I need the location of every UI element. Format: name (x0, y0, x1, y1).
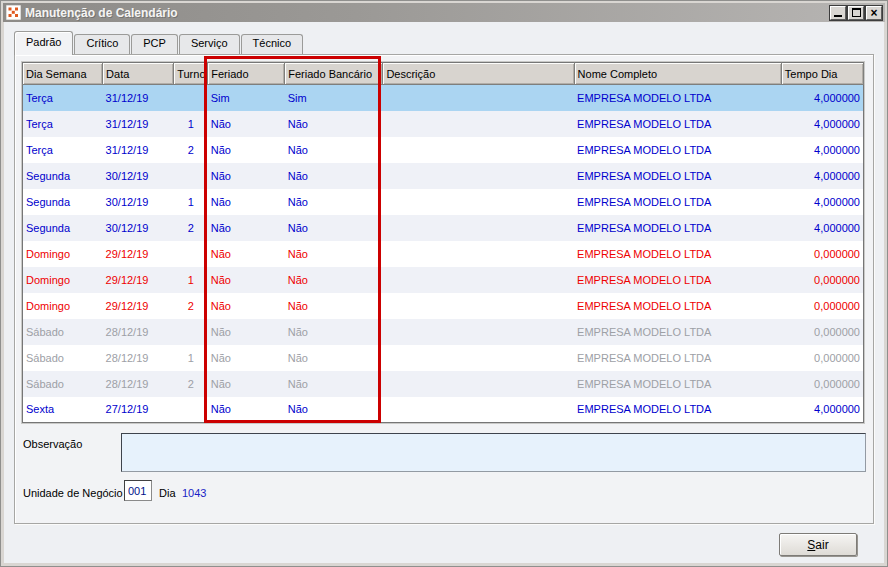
table-row[interactable]: Segunda30/12/191NãoNãoEMPRESA MODELO LTD… (23, 189, 864, 215)
cell-nome_completo: EMPRESA MODELO LTDA (574, 371, 781, 397)
cell-tempo_dia: 4,000000 (781, 137, 863, 163)
cell-feriado: Não (208, 397, 285, 423)
column-header[interactable]: Nome Completo (574, 63, 781, 85)
cell-descricao (383, 137, 574, 163)
cell-feriado_bancario: Não (285, 215, 383, 241)
cell-tempo_dia: 0,000000 (781, 293, 863, 319)
table-row[interactable]: Sexta27/12/19NãoNãoEMPRESA MODELO LTDA4,… (23, 397, 864, 423)
tab-critico[interactable]: Crítico (74, 34, 130, 54)
cell-feriado: Não (208, 241, 285, 267)
cell-nome_completo: EMPRESA MODELO LTDA (574, 241, 781, 267)
table-row[interactable]: Segunda30/12/19NãoNãoEMPRESA MODELO LTDA… (23, 163, 864, 189)
cell-descricao (383, 319, 574, 345)
cell-nome_completo: EMPRESA MODELO LTDA (574, 345, 781, 371)
cell-tempo_dia: 4,000000 (781, 215, 863, 241)
tab-bar: PadrãoCríticoPCPServiçoTécnico (14, 31, 304, 55)
cell-feriado_bancario: Não (285, 111, 383, 137)
titlebar[interactable]: Manutenção de Calendário × (3, 3, 885, 22)
cell-descricao (383, 189, 574, 215)
cell-feriado_bancario: Não (285, 267, 383, 293)
cell-data: 29/12/19 (103, 241, 174, 267)
cell-turno: 1 (174, 111, 208, 137)
cell-descricao (383, 241, 574, 267)
column-header[interactable]: Descrição (383, 63, 574, 85)
cell-dia_semana: Domingo (23, 293, 103, 319)
cell-tempo_dia: 4,000000 (781, 397, 863, 423)
cell-feriado: Não (208, 137, 285, 163)
cell-turno: 2 (174, 293, 208, 319)
cell-dia_semana: Segunda (23, 163, 103, 189)
cell-tempo_dia: 0,000000 (781, 345, 863, 371)
table-row[interactable]: Domingo29/12/191NãoNãoEMPRESA MODELO LTD… (23, 267, 864, 293)
column-header[interactable]: Dia Semana (23, 63, 103, 85)
tab-pcp[interactable]: PCP (131, 34, 178, 54)
sair-button[interactable]: Sair (779, 533, 857, 556)
column-header[interactable]: Data (103, 63, 174, 85)
cell-descricao (383, 345, 574, 371)
observacao-textarea[interactable] (121, 433, 866, 472)
cell-nome_completo: EMPRESA MODELO LTDA (574, 319, 781, 345)
cell-nome_completo: EMPRESA MODELO LTDA (574, 85, 781, 111)
cell-feriado_bancario: Não (285, 137, 383, 163)
cell-descricao (383, 163, 574, 189)
table-row[interactable]: Domingo29/12/192NãoNãoEMPRESA MODELO LTD… (23, 293, 864, 319)
table-row[interactable]: Segunda30/12/192NãoNãoEMPRESA MODELO LTD… (23, 215, 864, 241)
cell-nome_completo: EMPRESA MODELO LTDA (574, 111, 781, 137)
cell-descricao (383, 85, 574, 111)
observacao-label: Observação (23, 438, 82, 450)
table-row[interactable]: Sábado28/12/191NãoNãoEMPRESA MODELO LTDA… (23, 345, 864, 371)
cell-data: 29/12/19 (103, 267, 174, 293)
tab-padrao[interactable]: Padrão (14, 31, 73, 55)
cell-tempo_dia: 4,000000 (781, 111, 863, 137)
cell-feriado: Sim (208, 85, 285, 111)
cell-data: 28/12/19 (103, 319, 174, 345)
cell-dia_semana: Sexta (23, 397, 103, 423)
cell-data: 27/12/19 (103, 397, 174, 423)
cell-feriado_bancario: Não (285, 293, 383, 319)
table-row[interactable]: Sábado28/12/192NãoNãoEMPRESA MODELO LTDA… (23, 371, 864, 397)
cell-dia_semana: Terça (23, 137, 103, 163)
cell-nome_completo: EMPRESA MODELO LTDA (574, 397, 781, 423)
cell-dia_semana: Terça (23, 111, 103, 137)
calendar-grid[interactable]: Dia SemanaDataTurnoFeriadoFeriado Bancár… (22, 62, 864, 423)
table-row[interactable]: Sábado28/12/19NãoNãoEMPRESA MODELO LTDA0… (23, 319, 864, 345)
close-button[interactable]: × (866, 6, 882, 20)
cell-data: 29/12/19 (103, 293, 174, 319)
cell-feriado_bancario: Não (285, 319, 383, 345)
column-header[interactable]: Turno (174, 63, 208, 85)
unidade-negocio-input[interactable] (124, 480, 152, 501)
cell-turno: 2 (174, 371, 208, 397)
cell-data: 31/12/19 (103, 137, 174, 163)
minimize-button[interactable] (830, 6, 846, 20)
tab-servico[interactable]: Serviço (179, 34, 240, 54)
cell-data: 30/12/19 (103, 189, 174, 215)
cell-descricao (383, 111, 574, 137)
table-row[interactable]: Terça31/12/19SimSimEMPRESA MODELO LTDA4,… (23, 85, 864, 111)
cell-feriado_bancario: Não (285, 241, 383, 267)
cell-feriado_bancario: Não (285, 397, 383, 423)
cell-dia_semana: Domingo (23, 241, 103, 267)
cell-dia_semana: Terça (23, 85, 103, 111)
cell-turno: 2 (174, 215, 208, 241)
maximize-button[interactable] (848, 6, 864, 20)
table-row[interactable]: Terça31/12/192NãoNãoEMPRESA MODELO LTDA4… (23, 137, 864, 163)
table-row[interactable]: Terça31/12/191NãoNãoEMPRESA MODELO LTDA4… (23, 111, 864, 137)
tab-tecnico[interactable]: Técnico (241, 34, 304, 54)
dia-label: Dia (159, 487, 176, 499)
cell-feriado_bancario: Não (285, 189, 383, 215)
cell-turno: 1 (174, 267, 208, 293)
column-header[interactable]: Feriado Bancário (285, 63, 383, 85)
grid-header-row: Dia SemanaDataTurnoFeriadoFeriado Bancár… (23, 63, 864, 85)
cell-dia_semana: Sábado (23, 371, 103, 397)
cell-feriado: Não (208, 215, 285, 241)
cell-dia_semana: Segunda (23, 189, 103, 215)
cell-data: 31/12/19 (103, 85, 174, 111)
cell-feriado: Não (208, 189, 285, 215)
column-header[interactable]: Tempo Dia (781, 63, 863, 85)
cell-tempo_dia: 0,000000 (781, 371, 863, 397)
column-header[interactable]: Feriado (208, 63, 285, 85)
window-controls: × (828, 6, 882, 20)
table-row[interactable]: Domingo29/12/19NãoNãoEMPRESA MODELO LTDA… (23, 241, 864, 267)
cell-nome_completo: EMPRESA MODELO LTDA (574, 267, 781, 293)
cell-feriado_bancario: Não (285, 163, 383, 189)
